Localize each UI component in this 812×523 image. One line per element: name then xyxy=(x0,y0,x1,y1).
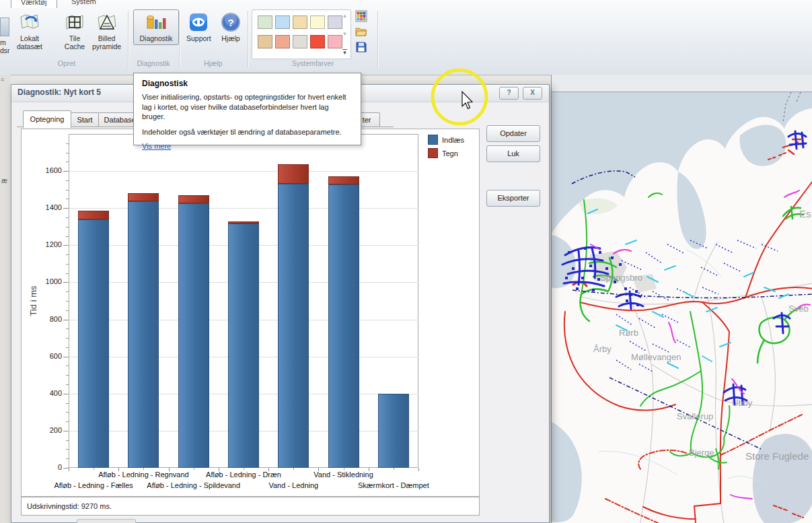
x-minor-tick xyxy=(94,468,94,470)
eksporter-button[interactable]: Eksporter xyxy=(486,190,540,207)
x-category-label: Afløb - Ledning - Dræn xyxy=(206,470,281,479)
ribbon: Værktøj System m dsnit Lokalt datasæt xyxy=(0,0,812,75)
y-minor-tick xyxy=(66,403,69,404)
luk-button[interactable]: Luk xyxy=(486,145,540,162)
palette-icon[interactable] xyxy=(355,10,367,22)
svg-text:Svallerup: Svallerup xyxy=(677,411,713,421)
y-tick-label: 1000 xyxy=(23,277,62,285)
group-separator xyxy=(128,11,128,67)
color-swatch[interactable] xyxy=(258,15,272,29)
support-button[interactable]: Support xyxy=(183,9,215,45)
dialog-close-button[interactable]: X xyxy=(523,87,542,100)
y-minor-tick xyxy=(66,328,69,329)
clipped-ribbon-button[interactable]: m dsnit xyxy=(0,18,9,65)
y-tick xyxy=(63,320,69,320)
map-canvas[interactable]: Spangsbro Rørb Årby Møllevangen Ubby Sva… xyxy=(552,75,812,523)
tile-cache-icon xyxy=(64,11,85,33)
color-swatch[interactable] xyxy=(310,15,325,29)
bar-tegn xyxy=(228,221,259,223)
bar-indlaes xyxy=(128,201,159,468)
diagnostik-tooltip: Diagnostisk Viser initialisering, opstar… xyxy=(133,73,361,145)
y-minor-tick xyxy=(66,421,69,422)
bar-indlaes xyxy=(228,223,259,468)
group-separator xyxy=(179,11,180,67)
y-tick-label: 1200 xyxy=(23,240,62,248)
x-minor-tick xyxy=(293,468,294,470)
button-label: datasæt xyxy=(17,43,42,51)
button-label: Support xyxy=(186,35,211,43)
color-swatch[interactable] xyxy=(293,35,307,48)
x-category-label: Afløb - Ledning - Spildevand xyxy=(147,481,240,489)
tab-optegning[interactable]: Optegning xyxy=(23,110,71,128)
x-tick xyxy=(268,468,269,471)
x-minor-tick xyxy=(194,468,194,470)
y-minor-tick xyxy=(66,375,69,376)
x-tick xyxy=(318,468,319,471)
svg-text:Store Fuglede: Store Fuglede xyxy=(745,450,809,462)
open-folder-icon[interactable] xyxy=(355,26,367,38)
y-minor-tick xyxy=(66,384,69,385)
map-window: Spangsbro Rørb Årby Møllevangen Ubby Sva… xyxy=(551,75,812,523)
billed-pyramide-button[interactable]: Billed pyramide xyxy=(89,9,124,53)
button-label: Cache xyxy=(65,43,85,51)
y-tick-label: 200 xyxy=(23,426,62,434)
color-swatch[interactable] xyxy=(293,15,307,29)
x-category-label: Afløb - Ledning - Regnvand xyxy=(98,470,189,479)
diagnostik-button[interactable]: Diagnostik xyxy=(133,9,179,45)
group-label-hjaelp: Hjælp xyxy=(180,59,246,69)
svg-text:Årby: Årby xyxy=(593,344,612,354)
button-label: Diagnostik xyxy=(139,35,172,43)
hjaelp-button[interactable]: ? Hjælp xyxy=(217,9,245,45)
legend-swatch xyxy=(428,148,438,158)
tile-cache-button[interactable]: Tile Cache xyxy=(61,9,89,53)
y-minor-tick xyxy=(66,199,69,199)
tab-start[interactable]: Start xyxy=(71,112,99,127)
save-icon[interactable] xyxy=(355,41,367,53)
y-tick-label: 800 xyxy=(23,315,62,323)
ribbon-tab-vaerktoj[interactable]: Værktøj xyxy=(11,0,57,8)
y-minor-tick xyxy=(66,190,69,190)
y-minor-tick xyxy=(66,162,69,162)
y-minor-tick xyxy=(66,310,69,311)
clipped-label-2: dsnit xyxy=(0,47,9,55)
x-tick xyxy=(118,468,119,471)
more-colors-icon[interactable]: ▼ xyxy=(342,49,348,56)
button-label: Billed xyxy=(98,35,116,43)
group-label-diagnostik: Diagnostik xyxy=(129,59,178,69)
y-tick-label: 400 xyxy=(23,389,62,397)
svg-text:Rørb: Rørb xyxy=(619,328,638,338)
ribbon-tab-system[interactable]: System xyxy=(62,0,106,7)
x-minor-tick xyxy=(344,468,344,470)
chart-panel: Tid i ms IndlæsTegn 02004006008001000120… xyxy=(21,129,480,497)
button-label: Hjælp xyxy=(221,35,239,43)
bar-tegn xyxy=(178,195,209,203)
x-category-label: Afløb - Ledning - Fælles xyxy=(54,481,133,489)
vis-mere-link[interactable]: Vis mere xyxy=(142,142,171,150)
y-minor-tick xyxy=(66,153,69,153)
color-swatch[interactable] xyxy=(310,35,325,48)
x-tick xyxy=(169,468,170,471)
y-tick xyxy=(63,431,69,431)
scroll-down-icon[interactable]: ▼ xyxy=(342,31,348,37)
ribbon-body: m dsnit Lokalt datasæt Tile Cache xyxy=(0,8,812,69)
map-top-strip xyxy=(552,75,812,92)
y-tick-label: 600 xyxy=(23,352,62,360)
y-tick xyxy=(63,394,69,394)
bar-tegn xyxy=(278,164,309,183)
lokalt-datasaet-button[interactable]: Lokalt datasæt xyxy=(13,9,46,53)
y-tick xyxy=(63,245,69,246)
swatch-scrollbar[interactable]: ▲ ▼ ▼ xyxy=(340,13,349,56)
color-swatch[interactable] xyxy=(275,15,290,29)
x-tick xyxy=(418,468,419,471)
x-minor-tick xyxy=(244,468,244,470)
color-swatch[interactable] xyxy=(258,35,272,48)
scroll-up-icon[interactable]: ▲ xyxy=(342,13,348,19)
svg-text:Es: Es xyxy=(799,208,811,219)
dialog-help-button[interactable]: ? xyxy=(499,87,519,100)
y-minor-tick xyxy=(66,458,69,459)
diagnostics-chart-icon xyxy=(145,11,167,33)
chart-legend: IndlæsTegn xyxy=(428,135,464,162)
y-minor-tick xyxy=(66,264,69,265)
color-swatch[interactable] xyxy=(275,35,290,48)
opdater-button[interactable]: Opdater xyxy=(486,125,540,142)
